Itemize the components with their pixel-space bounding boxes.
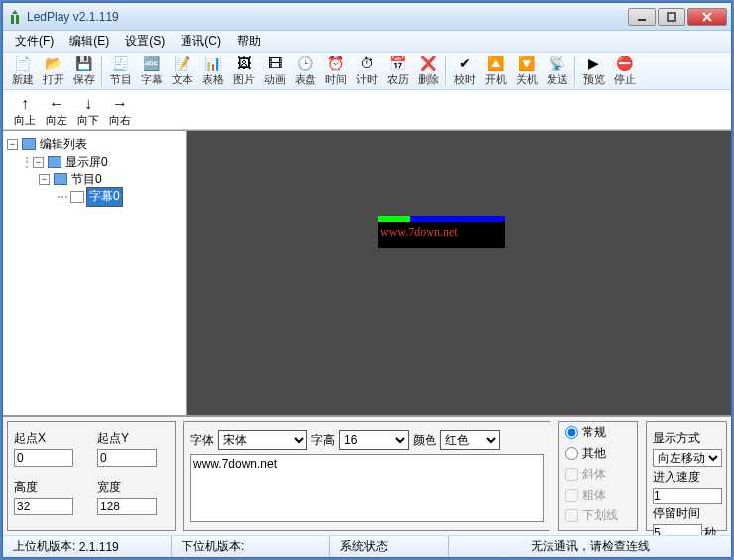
style-group: 常规 其他 斜体 粗体 下划线 [558, 421, 638, 531]
svg-rect-0 [638, 19, 646, 21]
tb-anim[interactable]: 🎞动画 [259, 55, 290, 88]
tb-timer[interactable]: ⏱计时 [351, 55, 382, 88]
tb-new[interactable]: 📄新建 [7, 55, 38, 88]
tb-time[interactable]: ⏰时间 [320, 55, 351, 88]
status-comm: 无法通讯，请检查连线 [449, 536, 731, 557]
menu-help[interactable]: 帮助 [229, 31, 269, 52]
tree-program[interactable]: −节目0 [7, 170, 183, 188]
nav-down[interactable]: ↓向下 [74, 96, 102, 128]
save-icon: 💾 [76, 56, 92, 71]
y-input[interactable] [97, 449, 157, 467]
time-icon: ⏰ [328, 56, 344, 71]
tb-image[interactable]: 🖼图片 [228, 55, 259, 88]
program-icon [54, 173, 67, 185]
statusbar: 上位机版本: 2.1.119 下位机版本: 系统状态 无法通讯，请检查连线 [3, 535, 731, 557]
delete-icon: ❌ [421, 56, 436, 71]
menu-file[interactable]: 文件(F) [7, 31, 61, 52]
x-input[interactable] [14, 449, 73, 467]
tb-save[interactable]: 💾保存 [68, 55, 99, 88]
collapse-icon[interactable]: − [33, 157, 44, 168]
speed-input[interactable] [653, 488, 722, 504]
tb-poweron[interactable]: 🔼开机 [480, 55, 511, 88]
nav-toolbar: ↑向上 ←向左 ↓向下 →向右 [3, 90, 731, 130]
toolbar: 📄新建📂打开💾保存🧾节目🔤字幕📝文本📊表格🖼图片🎞动画🕒表盘⏰时间⏱计时📅农历❌… [3, 53, 731, 90]
tb-poweroff[interactable]: 🔽关机 [511, 55, 542, 88]
status-state: 系统状态 [330, 536, 449, 557]
menu-comm[interactable]: 通讯(C) [173, 31, 229, 52]
left-arrow-icon: ← [49, 96, 64, 112]
collapse-icon[interactable]: − [39, 174, 50, 185]
tb-subtitle[interactable]: 🔤字幕 [136, 55, 167, 88]
w-input[interactable] [97, 498, 157, 515]
status-host: 上位机版本: 2.1.119 [3, 536, 172, 557]
tb-open[interactable]: 📂打开 [38, 55, 68, 88]
stop-icon: ⛔ [617, 56, 633, 71]
tb-delete[interactable]: ❌删除 [413, 55, 443, 88]
tb-lunar[interactable]: 📅农历 [382, 55, 413, 88]
stay-label: 停留时间 [653, 505, 720, 522]
timer-icon: ⏱ [359, 56, 375, 71]
preview-area: www.7down.net [187, 131, 731, 415]
right-arrow-icon: → [112, 96, 128, 112]
svg-rect-1 [668, 13, 675, 21]
minimize-button[interactable] [628, 8, 656, 26]
font-select[interactable]: 宋体 [218, 430, 307, 450]
send-icon: 📡 [550, 56, 565, 71]
size-label: 字高 [311, 432, 335, 449]
tree-subtitle[interactable]: ⋯字幕0 [7, 188, 183, 206]
list-icon [22, 138, 36, 150]
radio-normal[interactable]: 常规 [565, 424, 631, 441]
tb-text[interactable]: 📝文本 [167, 55, 197, 88]
tb-table[interactable]: 📊表格 [197, 55, 228, 88]
status-dev: 下位机版本: [172, 536, 330, 557]
menu-edit[interactable]: 编辑(E) [61, 31, 117, 52]
nav-up[interactable]: ↑向上 [11, 96, 39, 128]
tree-root[interactable]: −编辑列表 [7, 135, 183, 153]
subtitle-icon [70, 191, 84, 203]
tree-screen[interactable]: ⋮−显示屏0 [7, 153, 183, 170]
color-select[interactable]: 红色 [440, 430, 500, 450]
radio-other[interactable]: 其他 [565, 445, 631, 462]
nav-right[interactable]: →向右 [106, 96, 134, 128]
maximize-button[interactable] [658, 8, 685, 26]
check-underline: 下划线 [565, 507, 631, 524]
dial-icon: 🕒 [298, 56, 313, 71]
tb-program[interactable]: 🧾节目 [105, 55, 136, 88]
up-arrow-icon: ↑ [21, 96, 29, 112]
preview-icon: ▶ [586, 56, 602, 71]
text-icon: 📝 [175, 56, 190, 71]
open-icon: 📂 [46, 56, 61, 71]
mode-label: 显示方式 [653, 430, 720, 447]
h-input[interactable] [14, 498, 73, 515]
collapse-icon[interactable]: − [7, 139, 18, 150]
subtitle-icon: 🔤 [144, 56, 160, 71]
tb-send[interactable]: 📡发送 [542, 55, 572, 88]
color-label: 颜色 [413, 432, 436, 449]
app-icon [7, 9, 23, 25]
screen-icon [48, 156, 61, 168]
display-group: 显示方式 向左移动(连 进入速度 停留时间 秒 [646, 421, 727, 531]
down-arrow-icon: ↓ [84, 96, 92, 112]
properties-panel: 起点X 起点Y 高度 宽度 字体 宋体 字高 16 颜色 红色 www.7dow… [3, 416, 731, 535]
tb-sync[interactable]: ✔校时 [449, 55, 480, 88]
tb-dial[interactable]: 🕒表盘 [290, 55, 320, 88]
table-icon: 📊 [205, 56, 221, 71]
close-button[interactable] [687, 8, 727, 26]
x-label: 起点X [14, 430, 85, 447]
y-label: 起点Y [97, 430, 169, 447]
tb-preview[interactable]: ▶预览 [578, 55, 609, 88]
h-label: 高度 [14, 479, 85, 496]
font-label: 字体 [190, 432, 214, 449]
menubar: 文件(F) 编辑(E) 设置(S) 通讯(C) 帮助 [3, 31, 731, 53]
tree-pane[interactable]: −编辑列表 ⋮−显示屏0 −节目0 ⋯字幕0 [3, 131, 187, 415]
lunar-icon: 📅 [390, 56, 406, 71]
content-textarea[interactable]: www.7down.net [190, 454, 544, 522]
nav-left[interactable]: ←向左 [43, 96, 70, 128]
window-title: LedPlay v2.1.119 [27, 10, 628, 24]
size-select[interactable]: 16 [339, 430, 409, 450]
mode-select[interactable]: 向左移动(连 [653, 449, 722, 467]
check-bold: 粗体 [565, 487, 631, 504]
coords-group: 起点X 起点Y 高度 宽度 [7, 421, 176, 531]
tb-stop[interactable]: ⛔停止 [609, 55, 640, 88]
menu-settings[interactable]: 设置(S) [117, 31, 173, 52]
